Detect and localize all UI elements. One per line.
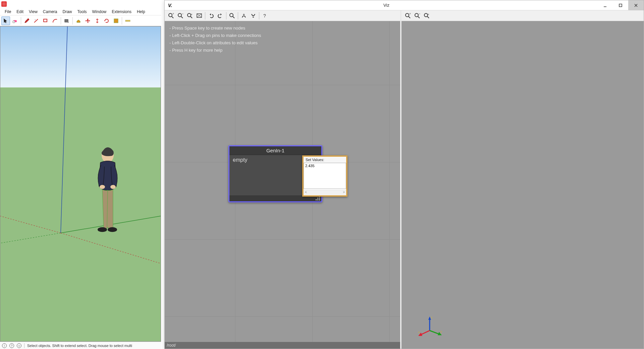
sketchup-toolbar	[0, 15, 161, 26]
zoom-out-icon[interactable]: −	[176, 11, 185, 20]
menu-camera[interactable]: Camera	[40, 9, 60, 15]
help-icon[interactable]: ?	[9, 343, 14, 348]
svg-text:×: ×	[428, 13, 429, 16]
shape-menu-icon[interactable]	[41, 16, 50, 25]
svg-line-25	[181, 16, 183, 18]
svg-point-21	[169, 13, 172, 17]
svg-point-16	[110, 185, 116, 189]
svg-text:y: y	[440, 330, 442, 333]
set-values-input[interactable]	[304, 163, 346, 189]
window-controls	[597, 0, 644, 10]
svg-line-32	[233, 16, 234, 18]
move-icon[interactable]	[84, 16, 92, 25]
set-values-popup: Set Values: < >	[302, 155, 347, 197]
svg-rect-1	[13, 21, 15, 23]
scroll-left-icon[interactable]: <	[305, 190, 307, 195]
find-icon[interactable]	[228, 11, 236, 20]
color-bucket-icon[interactable]	[62, 16, 71, 25]
expand-up-icon[interactable]	[239, 11, 248, 20]
viz-window-title: Viz	[175, 3, 597, 8]
svg-point-27	[187, 13, 191, 17]
line-menu-icon[interactable]	[32, 16, 41, 25]
toolbar-separator	[61, 17, 61, 24]
viz-node-canvas[interactable]: - Press Space key to create new nodes - …	[165, 21, 400, 342]
expand-down-icon[interactable]	[249, 11, 258, 20]
set-values-label: Set Values:	[304, 157, 346, 163]
svg-point-37	[415, 13, 418, 17]
zoom-in-icon[interactable]: +	[404, 11, 412, 20]
svg-text:−: −	[182, 13, 183, 15]
zoom-out-icon[interactable]: −	[413, 11, 422, 20]
maximize-button[interactable]	[613, 0, 628, 10]
close-button[interactable]	[628, 0, 644, 10]
toolbar-separator	[122, 17, 122, 24]
eraser-icon[interactable]	[11, 16, 19, 25]
help-icon[interactable]: ?	[261, 11, 269, 20]
menu-draw[interactable]: Draw	[60, 9, 75, 15]
svg-rect-8	[0, 88, 161, 341]
svg-point-4	[67, 21, 69, 23]
menu-file[interactable]: File	[2, 9, 14, 15]
canvas-help-hints: - Press Space key to create new nodes - …	[169, 24, 261, 54]
menu-help[interactable]: Help	[134, 9, 148, 15]
svg-text:?: ?	[263, 13, 266, 18]
info-icon[interactable]: i	[2, 343, 7, 348]
zoom-reset-icon[interactable]: ×	[185, 11, 194, 20]
redo-icon[interactable]	[216, 11, 225, 20]
menu-tools[interactable]: Tools	[75, 9, 90, 15]
toolbar-separator	[238, 12, 238, 19]
zoom-in-icon[interactable]: +	[167, 11, 175, 20]
svg-point-17	[98, 227, 107, 232]
hint-line: - Press Space key to create new nodes	[169, 24, 261, 32]
svg-text:z: z	[431, 316, 433, 319]
person-icon[interactable]: ☺	[17, 343, 21, 348]
hint-line: - Left-Double-Click on attributes to edi…	[169, 39, 261, 47]
sketchup-logo-icon	[1, 1, 7, 7]
menu-extensions[interactable]: Extensions	[109, 9, 134, 15]
sketchup-titlebar	[0, 0, 161, 8]
zoom-region-icon[interactable]	[195, 11, 204, 20]
arc-menu-icon[interactable]	[51, 16, 59, 25]
tape-measure-icon[interactable]	[123, 16, 132, 25]
statusbar-hint: Select objects. Shift to extend select. …	[27, 344, 132, 348]
viz-body: + − × ? - Press Space key to create new …	[165, 10, 644, 349]
menu-edit[interactable]: Edit	[14, 9, 26, 15]
svg-text:x: x	[418, 331, 420, 334]
viz-3d-pane: + − × z y x	[401, 10, 644, 349]
viz-breadcrumb[interactable]: /root/	[165, 342, 400, 349]
pushpull-icon[interactable]	[74, 16, 83, 25]
resize-grip-icon[interactable]	[315, 196, 320, 200]
node-title[interactable]: GenIn-1	[229, 146, 321, 155]
viz-3d-viewport[interactable]: z y x	[401, 21, 644, 349]
svg-rect-2	[44, 19, 47, 22]
svg-point-40	[424, 13, 428, 17]
sketchup-viewport[interactable]	[0, 26, 161, 342]
menu-view[interactable]: View	[26, 9, 40, 15]
hint-line: - Press H key for more help	[169, 47, 261, 54]
svg-line-35	[409, 16, 410, 18]
toolbar-separator	[226, 12, 226, 19]
zoom-reset-icon[interactable]: ×	[422, 11, 431, 20]
set-values-scrollbar[interactable]: < >	[304, 190, 346, 195]
undo-icon[interactable]	[207, 11, 215, 20]
svg-line-22	[172, 16, 173, 18]
menu-window[interactable]: Window	[90, 9, 109, 15]
toolbar-separator	[259, 12, 259, 19]
offset-icon[interactable]	[93, 16, 102, 25]
scroll-right-icon[interactable]: >	[343, 190, 345, 195]
rotate-icon[interactable]	[102, 16, 111, 25]
select-arrow-icon[interactable]	[1, 16, 10, 25]
svg-rect-5	[114, 19, 118, 23]
minimize-button[interactable]	[597, 0, 613, 10]
viz-window: V. Viz + − ×	[164, 0, 644, 349]
svg-text:−: −	[419, 13, 420, 15]
sketchup-statusbar: i ? ☺ Select objects. Shift to extend se…	[0, 342, 161, 349]
pencil-icon[interactable]	[22, 16, 31, 25]
svg-point-31	[230, 13, 233, 17]
svg-text:×: ×	[191, 13, 193, 16]
viz-logo-icon: V.	[165, 3, 175, 8]
axis-gizmo-icon[interactable]: z y x	[416, 314, 443, 341]
toolbar-separator	[205, 12, 205, 19]
scale-icon[interactable]	[112, 16, 120, 25]
svg-rect-20	[619, 4, 622, 7]
